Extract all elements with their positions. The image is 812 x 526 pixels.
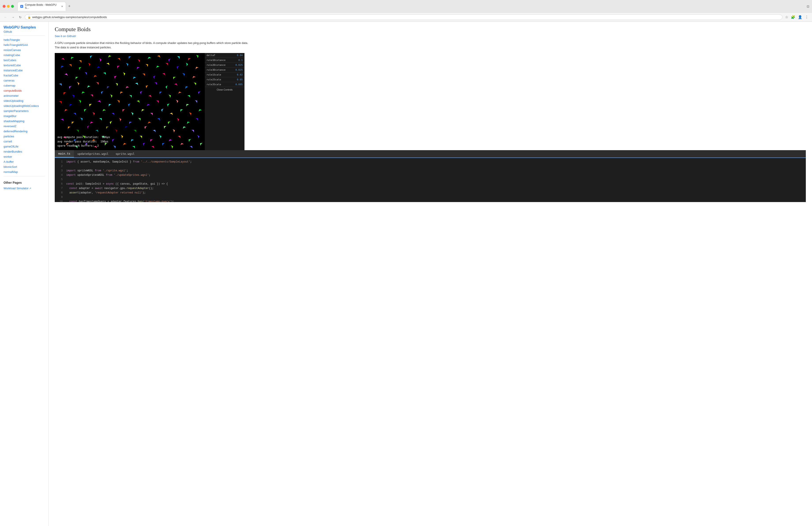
render-stat: avg render pass duration: 190µs — [57, 140, 108, 143]
sidebar-nav-item[interactable]: animometer — [0, 93, 48, 98]
control-row: rule1Scale0.02 — [205, 72, 245, 77]
control-value[interactable]: 0.1 — [238, 59, 243, 61]
sidebar-nav-item[interactable]: resizeCanvas — [0, 47, 48, 53]
control-value[interactable]: 0.025 — [235, 69, 243, 71]
sidebar-nav-item[interactable]: imageBlur — [0, 114, 48, 118]
sidebar-nav-item[interactable]: renderBundles — [0, 149, 48, 154]
control-label: rule3Scale — [206, 83, 221, 86]
control-value[interactable]: 0.02 — [237, 73, 243, 76]
control-row: rule3Distance0.025 — [205, 68, 245, 72]
forward-button[interactable]: → — [10, 15, 16, 20]
code-line: 1import { assert, makeSample, SampleInit… — [55, 160, 806, 164]
minimize-button[interactable] — [7, 5, 10, 8]
sidebar-nav-item[interactable]: deferredRendering — [0, 129, 48, 134]
code-content: import spriteWGSL from './sprite.wgsl'; — [66, 169, 128, 173]
line-number: 9 — [57, 195, 63, 199]
close-controls-button[interactable]: Close Controls — [205, 87, 245, 92]
github-link[interactable]: See it on Github! — [55, 34, 806, 38]
code-content: import { assert, makeSample, SampleInit … — [66, 160, 192, 164]
code-line: 3import spriteWGSL from './sprite.wgsl'; — [55, 169, 806, 173]
code-view: 1import { assert, makeSample, SampleInit… — [55, 158, 806, 202]
tab-close-button[interactable]: ✕ — [61, 5, 63, 8]
description: A GPU compute particle simulation that m… — [55, 41, 253, 49]
new-tab-button[interactable]: + — [67, 4, 72, 9]
sidebar-nav-item[interactable]: A-buffer — [0, 159, 48, 164]
title-bar: Compute Boids - WebGPU S... ✕ + ⊡ — [0, 0, 812, 13]
control-row: rule1Distance0.1 — [205, 58, 245, 63]
line-number: 6 — [57, 182, 63, 186]
browser-chrome: Compute Boids - WebGPU S... ✕ + ⊡ ← → ↻ … — [0, 0, 812, 22]
extensions-button[interactable]: 🧩 — [790, 14, 796, 20]
back-button[interactable]: ← — [3, 15, 9, 20]
sidebar-nav-item[interactable]: computeBoids — [0, 88, 48, 93]
restore-down-icon[interactable]: ⊡ — [807, 5, 809, 8]
close-button[interactable] — [3, 5, 5, 8]
workload-simulator-link[interactable]: Workload Simulator — [0, 185, 48, 191]
sidebar-github-link[interactable]: Github — [0, 28, 15, 34]
sidebar-nav-item[interactable]: cameras — [0, 78, 48, 83]
code-content: const init: SampleInit = async ({ canvas… — [66, 182, 168, 186]
control-label: deltaT — [206, 54, 215, 57]
code-tab[interactable]: main.ts — [55, 150, 74, 157]
sidebar-nav-item[interactable]: rotatingCube — [0, 53, 48, 58]
menu-button[interactable]: ⋮ — [804, 14, 809, 20]
line-number: 8 — [57, 191, 63, 195]
sidebar-nav-item[interactable]: texturedCube — [0, 63, 48, 68]
window-controls — [3, 5, 14, 8]
control-row: rule3Scale0.005 — [205, 82, 245, 87]
control-row: deltaT0.04 — [205, 53, 245, 58]
maximize-button[interactable] — [11, 5, 14, 8]
sidebar-nav-item[interactable]: bitonicSort — [0, 164, 48, 169]
control-value[interactable]: 0.05 — [237, 78, 243, 81]
sidebar-nav-item[interactable]: twoCubes — [0, 58, 48, 63]
sidebar-nav-item[interactable]: helloTriangleMSAA — [0, 42, 48, 47]
line-number: 4 — [57, 173, 63, 177]
code-line: 2 — [55, 164, 806, 169]
sidebar-nav-item[interactable]: videoUploading — [0, 98, 48, 103]
sidebar-nav-item[interactable]: fractalCube — [0, 73, 48, 78]
sidebar-divider-2 — [3, 176, 45, 176]
active-tab[interactable]: Compute Boids - WebGPU S... ✕ — [17, 2, 66, 11]
sidebar-nav-item[interactable]: instancedCube — [0, 68, 48, 73]
line-number: 3 — [57, 169, 63, 173]
line-number: 10 — [57, 200, 63, 202]
control-label: rule1Distance — [206, 59, 226, 61]
spare-stat: spare readback buffers: 2 — [57, 144, 99, 147]
profile-button[interactable]: 👤 — [797, 14, 803, 20]
sidebar-nav-item[interactable]: videoUploadingWebCodecs — [0, 103, 48, 109]
control-label: rule1Scale — [206, 73, 221, 76]
sidebar-nav: helloTrianglehelloTriangleMSAAresizeCanv… — [0, 37, 48, 174]
bookmark-button[interactable]: ☆ — [784, 14, 789, 20]
code-content: const hasTimestampQuery = adapter.featur… — [66, 200, 174, 202]
code-line: 4import updateSpritesWGSL from './update… — [55, 173, 806, 177]
sidebar-nav-item[interactable]: samplerParameters — [0, 109, 48, 114]
other-pages-heading: Other Pages — [0, 178, 48, 185]
control-row: rule2Scale0.05 — [205, 77, 245, 82]
control-label: rule3Distance — [206, 69, 226, 71]
sidebar-nav-item[interactable]: shadowMapping — [0, 118, 48, 124]
sidebar-nav-item[interactable]: reversedZ — [0, 124, 48, 129]
control-value[interactable]: 0.04 — [237, 54, 243, 57]
code-line: 10 const hasTimestampQuery = adapter.fea… — [55, 199, 806, 202]
code-line: 9 — [55, 195, 806, 199]
sidebar-nav-item[interactable]: worker — [0, 154, 48, 159]
code-content: const adapter = await navigator.gpu.requ… — [66, 186, 154, 190]
canvas-container: avg compute pass duration: 886µs avg ren… — [55, 53, 205, 150]
code-tab[interactable]: sprite.wgsl — [112, 150, 138, 157]
code-tab[interactable]: updateSprites.wgsl — [74, 150, 112, 157]
sidebar-nav-item[interactable]: normalMap — [0, 169, 48, 174]
control-value[interactable]: 0.005 — [235, 83, 243, 86]
lock-icon: 🔒 — [28, 16, 31, 19]
url-bar[interactable]: 🔒 webgpu.github.io/webgpu-samples/sample… — [25, 14, 782, 20]
sidebar-nav-item[interactable]: helloTriangle — [0, 37, 48, 42]
sidebar-nav-item[interactable]: particles — [0, 134, 48, 139]
sidebar-nav-item[interactable]: gameOfLife — [0, 144, 48, 149]
sidebar-nav-item[interactable]: cornell — [0, 139, 48, 144]
url-text: webgpu.github.io/webgpu-samples/samples/… — [32, 15, 780, 19]
stats-overlay: avg compute pass duration: 886µs avg ren… — [57, 135, 110, 148]
sidebar-nav-item[interactable]: cubemap — [0, 83, 48, 88]
control-value[interactable]: 0.025 — [235, 63, 243, 67]
reload-button[interactable]: ↻ — [18, 15, 23, 20]
line-number: 2 — [57, 164, 63, 168]
code-section: main.tsupdateSprites.wgslsprite.wgsl 1im… — [55, 150, 806, 202]
